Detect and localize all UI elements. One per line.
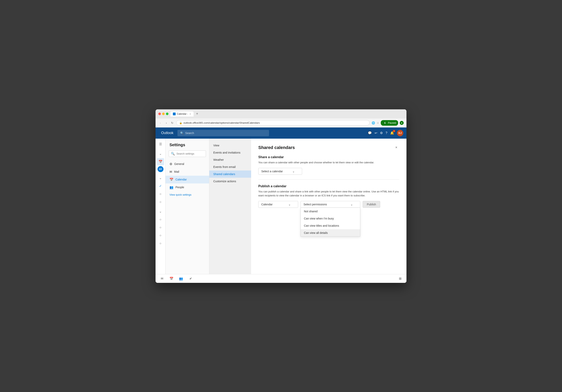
settings-nav-general[interactable]: ⚙ General xyxy=(165,160,209,168)
settings-nav-general-label: General xyxy=(174,162,184,166)
search-settings-icon: 🔍 xyxy=(171,152,175,155)
url-bar[interactable]: 🔒 outlook.office365.com/calendar/options… xyxy=(176,120,370,126)
publish-section-desc: You can publish a calendar and share a l… xyxy=(258,190,399,197)
bottom-mail-icon[interactable]: ✉ xyxy=(159,275,165,282)
sidebar-circle1[interactable]: ○ xyxy=(157,190,164,198)
publish-calendar-wrapper: Calendar ⌄ xyxy=(258,201,298,208)
sidebar-collapse-btn[interactable]: ⌄ xyxy=(157,150,164,157)
permission-can-view-busy[interactable]: Can view when I'm busy xyxy=(301,215,360,222)
help-icon[interactable]: ? xyxy=(386,131,387,135)
lock-icon: 🔒 xyxy=(179,121,182,124)
settings-icon[interactable]: ⚙ xyxy=(380,131,383,135)
bottom-toolbar: ✉ 📅 👥 ✔ ⊞ xyxy=(155,274,407,283)
permission-can-view-all[interactable]: Can view all details xyxy=(301,229,360,237)
calendar-select-dropdown[interactable]: Select a calendar ⌄ xyxy=(258,168,302,175)
outlook-actions: 💬 ↩ ⚙ ? 🔔 3 EJ xyxy=(368,130,403,136)
calendar-icon: 📅 xyxy=(169,178,174,181)
tab-close-btn[interactable]: × xyxy=(189,113,191,115)
sidebar-calendar-icon[interactable]: 📅 xyxy=(157,158,164,165)
middle-nav-shared-calendars[interactable]: Shared calendars xyxy=(209,170,251,178)
bottom-tasks-icon[interactable]: ✔ xyxy=(187,275,194,282)
notification-area[interactable]: 🔔 3 xyxy=(390,131,394,135)
publish-calendar-dropdown[interactable]: Calendar ⌄ xyxy=(258,201,298,208)
permissions-placeholder: Select permissions xyxy=(304,203,327,206)
general-icon: ⚙ xyxy=(169,162,172,166)
middle-nav-customize-actions[interactable]: Customize actions xyxy=(209,178,251,185)
publish-button[interactable]: Publish xyxy=(363,201,380,208)
permission-can-view-titles[interactable]: Can view titles and locations xyxy=(301,222,360,229)
search-placeholder: Search xyxy=(185,131,194,135)
settings-panel-title: Settings xyxy=(165,143,209,150)
address-actions: 🌐 ☆ E Paused ● xyxy=(372,120,404,126)
globe-icon[interactable]: 🌐 xyxy=(372,121,375,124)
calendar-select-chevron: ⌄ xyxy=(292,170,295,173)
settings-nav-calendar[interactable]: 📅 Calendar xyxy=(165,176,209,183)
sidebar-circle6[interactable]: ○ xyxy=(157,240,164,247)
traffic-lights xyxy=(158,113,168,115)
sidebar-circle5[interactable]: ○ xyxy=(157,232,164,239)
outlook-search[interactable]: 🔍 Search xyxy=(177,130,269,136)
search-settings-container[interactable]: 🔍 xyxy=(169,150,206,157)
share-section-title: Share a calendar xyxy=(258,155,399,159)
publish-calendar-section: Publish a calendar You can publish a cal… xyxy=(258,184,399,208)
nav-back-btn[interactable]: ‹ xyxy=(158,121,162,124)
sidebar-collapse2[interactable]: ⌄ xyxy=(157,208,164,215)
close-window-btn[interactable] xyxy=(158,113,161,115)
outlook-logo: Outlook xyxy=(161,131,174,135)
share-section-desc: You can share a calendar with other peop… xyxy=(258,161,399,165)
bottom-right-area: ⊞ xyxy=(397,275,403,282)
address-bar: ‹ › ↻ 🔒 outlook.office365.com/calendar/o… xyxy=(155,119,407,128)
settings-nav-mail-label: Mail xyxy=(174,170,179,173)
sidebar-expand-btn[interactable]: ☰ xyxy=(157,141,164,148)
settings-nav-calendar-label: Calendar xyxy=(176,178,187,181)
today-date-badge[interactable]: 22 xyxy=(158,166,164,172)
settings-left-nav: Settings 🔍 ⚙ General ✉ Mail 📅 xyxy=(165,139,209,274)
bottom-calendar-icon[interactable]: 📅 xyxy=(168,275,175,282)
new-tab-btn[interactable]: + xyxy=(195,112,199,116)
extension-icon[interactable]: ● xyxy=(400,121,404,125)
sidebar-check-icon[interactable]: ✓ xyxy=(157,182,164,190)
middle-nav-view[interactable]: View xyxy=(209,142,251,149)
sidebar-circle2[interactable]: ○ xyxy=(157,198,164,206)
calendar-select-wrapper: Select a calendar ⌄ xyxy=(258,168,302,175)
active-tab[interactable]: Calendar - × xyxy=(170,111,194,117)
user-avatar[interactable]: EJ xyxy=(397,130,403,136)
bottom-people-icon[interactable]: 👥 xyxy=(178,275,184,282)
settings-content-header: Shared calendars × xyxy=(258,145,399,151)
permission-not-shared[interactable]: Not shared xyxy=(301,208,360,215)
publish-controls-row: Calendar ⌄ Select permissions ⌄ xyxy=(258,201,399,208)
nav-forward-btn[interactable]: › xyxy=(164,121,168,124)
sidebar-more-icon[interactable]: ⌄ xyxy=(157,175,164,182)
outlook-app-bar: ⁢⁢⁢ Outlook 🔍 Search 💬 ↩ ⚙ ? 🔔 3 EJ xyxy=(155,128,407,139)
maximize-window-btn[interactable] xyxy=(166,113,168,115)
bottom-expand-icon[interactable]: ⊞ xyxy=(397,275,403,282)
settings-nav-people[interactable]: 👥 People xyxy=(165,183,209,191)
search-settings-input[interactable] xyxy=(176,152,210,155)
view-quick-settings-link[interactable]: View quick settings xyxy=(165,191,209,198)
sidebar-strip: ☰ ⌄ 📅 22 ⌄ ✓ ○ ○ ⌄ ○ ○ ○ ○ xyxy=(155,139,165,274)
sidebar-circle3[interactable]: ○ xyxy=(157,216,164,223)
chat-icon[interactable]: 💬 xyxy=(368,131,372,135)
publish-section-title: Publish a calendar xyxy=(258,184,399,188)
section-divider xyxy=(258,179,399,180)
people-icon: 👥 xyxy=(169,185,174,189)
permissions-dropdown-trigger[interactable]: Select permissions ⌄ xyxy=(301,201,360,208)
minimize-window-btn[interactable] xyxy=(162,113,165,115)
calendar-select-placeholder: Select a calendar xyxy=(261,170,283,173)
share-calendar-section: Share a calendar You can share a calenda… xyxy=(258,155,399,175)
settings-nav-mail[interactable]: ✉ Mail xyxy=(165,168,209,176)
middle-nav-events-from-email[interactable]: Events from email xyxy=(209,163,251,170)
sidebar-circle4[interactable]: ○ xyxy=(157,224,164,231)
reply-icon[interactable]: ↩ xyxy=(375,131,377,135)
paused-avatar: E xyxy=(383,121,387,125)
main-content-area: Settings 🔍 ⚙ General ✉ Mail 📅 xyxy=(165,139,407,274)
middle-nav-weather[interactable]: Weather xyxy=(209,156,251,163)
browser-window: Calendar - × + ‹ › ↻ 🔒 outlook.office365… xyxy=(155,109,407,283)
url-text: outlook.office365.com/calendar/options/c… xyxy=(183,121,260,124)
paused-badge[interactable]: E Paused xyxy=(381,120,398,126)
settings-close-btn[interactable]: × xyxy=(393,145,399,151)
star-icon[interactable]: ☆ xyxy=(377,121,379,124)
nav-refresh-btn[interactable]: ↻ xyxy=(170,121,174,124)
settings-panel: Settings 🔍 ⚙ General ✉ Mail 📅 xyxy=(165,139,407,274)
middle-nav-events-invitations[interactable]: Events and invitations xyxy=(209,149,251,156)
